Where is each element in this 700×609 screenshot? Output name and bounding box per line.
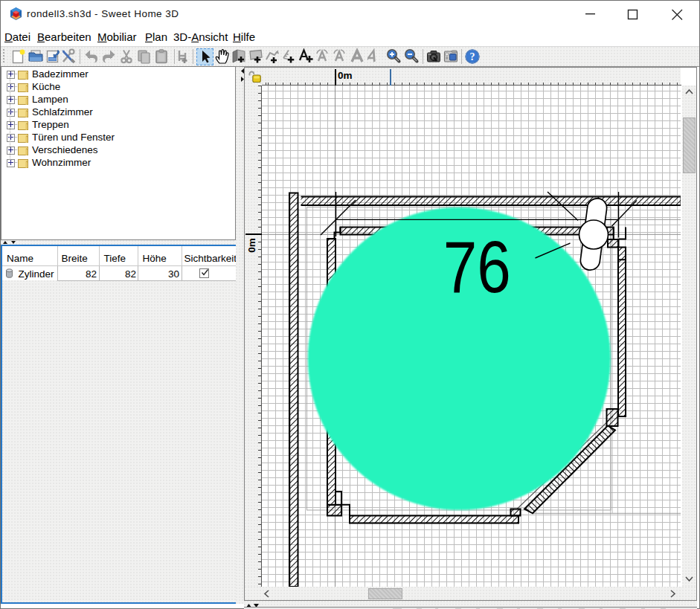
svg-text:?: ? (469, 51, 475, 62)
svg-text:76: 76 (443, 226, 511, 308)
